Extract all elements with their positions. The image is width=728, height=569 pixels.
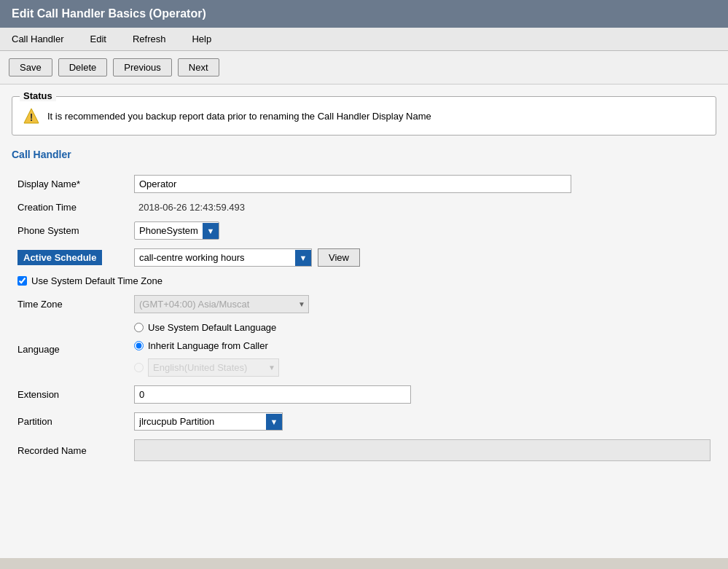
previous-button[interactable]: Previous xyxy=(113,58,172,76)
extension-input[interactable] xyxy=(134,385,411,404)
status-message: It is recommended you backup report data… xyxy=(47,111,431,122)
active-schedule-control: call-centre working hours ▼ View xyxy=(134,248,711,267)
phone-system-arrow-icon[interactable]: ▼ xyxy=(203,223,219,239)
language-specific-radio xyxy=(134,363,144,372)
phone-system-label: Phone System xyxy=(12,217,128,244)
menu-bar: Call Handler Edit Refresh Help xyxy=(0,28,728,51)
extension-row: Extension xyxy=(12,381,716,408)
language-system-default-label: Use System Default Language xyxy=(148,322,276,333)
language-inherit-caller-radio[interactable] xyxy=(134,341,144,350)
use-system-timezone-label: Use System Default Time Zone xyxy=(31,275,163,286)
menu-refresh[interactable]: Refresh xyxy=(127,31,172,47)
status-box: Status ! It is recommended you backup re… xyxy=(12,96,716,136)
creation-time-row: Creation Time 2018-06-26 12:43:59.493 xyxy=(12,197,716,217)
menu-call-handler[interactable]: Call Handler xyxy=(6,31,70,47)
language-dropdown-row: English(United States) ▼ xyxy=(134,358,711,377)
active-schedule-label: Active Schedule xyxy=(17,250,102,265)
partition-select[interactable]: jlrcucpub Partition xyxy=(135,413,266,430)
language-arrow-icon: ▼ xyxy=(265,364,278,372)
language-select-wrapper: English(United States) ▼ xyxy=(148,358,279,377)
creation-time-label: Creation Time xyxy=(12,197,128,217)
content-area: Status ! It is recommended you backup re… xyxy=(0,85,728,558)
active-schedule-select-wrapper: call-centre working hours ▼ xyxy=(134,248,312,267)
timezone-checkbox-row: Use System Default Time Zone xyxy=(12,271,716,291)
menu-help[interactable]: Help xyxy=(186,31,217,47)
language-option2-row: Inherit Language from Caller xyxy=(134,340,711,351)
display-name-input[interactable] xyxy=(134,175,571,193)
active-schedule-row: Active Schedule call-centre working hour… xyxy=(12,244,716,271)
partition-select-wrapper: jlrcucpub Partition ▼ xyxy=(134,412,283,431)
phone-system-select[interactable]: PhoneSystem xyxy=(135,222,203,239)
creation-time-value: 2018-06-26 12:43:59.493 xyxy=(134,199,249,216)
toolbar: Save Delete Previous Next xyxy=(0,51,728,85)
timezone-arrow-icon: ▼ xyxy=(295,300,308,308)
timezone-select-wrapper: (GMT+04:00) Asia/Muscat ▼ xyxy=(134,295,309,313)
svg-text:!: ! xyxy=(30,111,34,123)
phone-system-select-wrapper: PhoneSystem ▼ xyxy=(134,221,219,240)
language-inherit-caller-label: Inherit Language from Caller xyxy=(148,340,268,351)
section-title: Call Handler xyxy=(12,149,716,160)
status-legend: Status xyxy=(20,90,56,101)
timezone-row: Time Zone (GMT+04:00) Asia/Muscat ▼ xyxy=(12,291,716,318)
call-handler-section: Call Handler Display Name* Creation Time… xyxy=(12,149,716,466)
timezone-label: Time Zone xyxy=(12,291,128,318)
phone-system-row: Phone System PhoneSystem ▼ xyxy=(12,217,716,244)
form-table: Display Name* Creation Time 2018-06-26 1… xyxy=(12,170,716,271)
language-system-default-radio[interactable] xyxy=(134,323,144,332)
next-button[interactable]: Next xyxy=(178,58,219,76)
language-row: Language Use System Default Language Inh… xyxy=(12,318,716,381)
partition-row: Partition jlrcucpub Partition ▼ xyxy=(12,408,716,435)
active-schedule-select[interactable]: call-centre working hours xyxy=(135,249,295,266)
page-title: Edit Call Handler Basics (Operator) xyxy=(12,7,206,20)
view-button[interactable]: View xyxy=(318,248,360,267)
display-name-label: Display Name* xyxy=(12,170,128,197)
recorded-name-row: Recorded Name xyxy=(12,435,716,466)
extension-label: Extension xyxy=(12,381,128,408)
title-bar: Edit Call Handler Basics (Operator) xyxy=(0,0,728,28)
menu-edit[interactable]: Edit xyxy=(85,31,112,47)
timezone-form-table: Time Zone (GMT+04:00) Asia/Muscat ▼ Lang… xyxy=(12,291,716,466)
recorded-name-label: Recorded Name xyxy=(12,435,128,466)
timezone-select[interactable]: (GMT+04:00) Asia/Muscat xyxy=(135,296,295,313)
language-select: English(United States) xyxy=(149,359,265,376)
display-name-row: Display Name* xyxy=(12,170,716,197)
save-button[interactable]: Save xyxy=(9,58,52,76)
language-radio-group: Use System Default Language Inherit Lang… xyxy=(134,322,711,377)
partition-arrow-icon[interactable]: ▼ xyxy=(266,414,282,430)
partition-label: Partition xyxy=(12,408,128,435)
language-label: Language xyxy=(12,318,128,381)
warning-icon: ! xyxy=(23,107,40,125)
recorded-name-area xyxy=(134,439,711,461)
delete-button[interactable]: Delete xyxy=(58,58,108,76)
language-option1-row: Use System Default Language xyxy=(134,322,711,333)
use-system-timezone-checkbox[interactable] xyxy=(17,276,27,286)
active-schedule-arrow-icon[interactable]: ▼ xyxy=(295,250,311,266)
